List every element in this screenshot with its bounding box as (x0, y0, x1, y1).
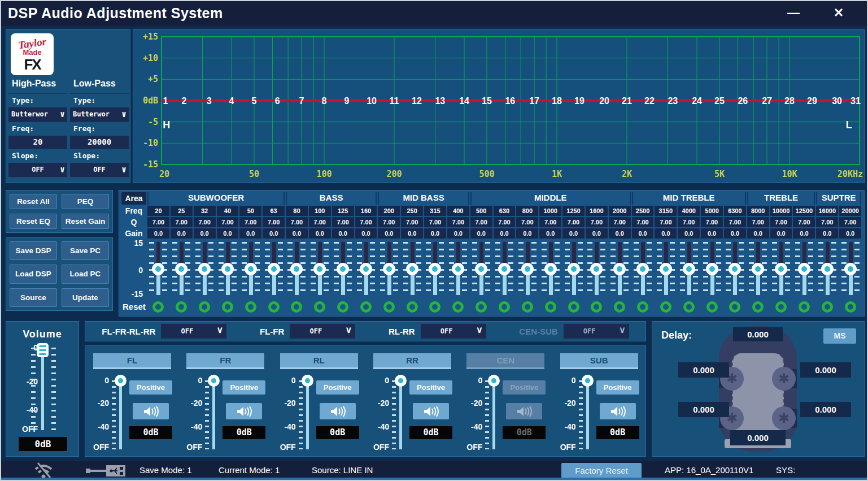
eq-freq-cell[interactable]: 12500 (793, 206, 815, 216)
eq-freq-cell[interactable]: 40 (217, 206, 239, 216)
eq-band-knob[interactable] (521, 263, 534, 275)
eq-band-reset-button[interactable] (678, 300, 700, 314)
channel-slider-track[interactable] (586, 380, 589, 449)
eq-q-cell[interactable]: 7.00 (516, 217, 538, 227)
channel-slider-knob[interactable] (582, 375, 594, 387)
eq-q-cell[interactable]: 7.00 (286, 217, 308, 227)
eq-q-cell[interactable]: 7.00 (424, 217, 446, 227)
load-dsp-button[interactable]: Load DSP (10, 265, 57, 283)
eq-band-reset-button[interactable] (839, 300, 861, 314)
eq-freq-cell[interactable]: 400 (447, 206, 469, 216)
eq-band-knob[interactable] (475, 263, 487, 275)
eq-band-slider[interactable] (539, 240, 561, 298)
eq-q-cell[interactable]: 7.00 (147, 217, 169, 227)
eq-q-cell[interactable]: 7.00 (793, 217, 815, 227)
eq-q-cell[interactable]: 7.00 (378, 217, 400, 227)
eq-band-slider[interactable] (424, 240, 446, 298)
eq-gain-cell[interactable]: 0.0 (194, 228, 216, 239)
eq-band-reset-button[interactable] (609, 300, 631, 314)
eq-band-slider[interactable] (194, 240, 216, 298)
delay-rear-center[interactable]: 0.000 (730, 430, 786, 445)
eq-band-reset-button[interactable] (401, 300, 423, 314)
eq-band-knob[interactable] (683, 263, 695, 275)
eq-band-slider[interactable] (239, 240, 261, 298)
volume-slider-knob[interactable] (37, 343, 49, 357)
eq-freq-cell[interactable]: 63 (263, 206, 285, 216)
minimize-icon[interactable]: — (782, 5, 805, 21)
channel-name-button[interactable]: RL (280, 353, 358, 369)
channel-slider-track[interactable] (399, 380, 402, 449)
eq-band-slider[interactable] (562, 240, 585, 298)
eq-q-cell[interactable]: 7.00 (539, 217, 561, 227)
reset-eq-button[interactable]: Reset EQ (10, 214, 57, 229)
eq-gain-cell[interactable]: 0.0 (424, 228, 446, 239)
polarity-button[interactable]: Positive (503, 380, 546, 395)
eq-band-slider[interactable] (332, 240, 354, 298)
eq-gain-cell[interactable]: 0.0 (355, 228, 377, 239)
eq-freq-cell[interactable]: 1250 (562, 206, 585, 216)
eq-band-slider[interactable] (447, 240, 469, 298)
eq-freq-cell[interactable]: 160 (355, 206, 377, 216)
eq-band-slider[interactable] (724, 240, 746, 298)
eq-band-slider[interactable] (586, 240, 608, 298)
channel-name-button[interactable]: RR (373, 353, 451, 369)
eq-band-reset-button[interactable] (701, 300, 723, 314)
eq-q-cell[interactable]: 7.00 (678, 217, 700, 227)
eq-gain-cell[interactable]: 0.0 (839, 228, 861, 239)
eq-freq-cell[interactable]: 80 (286, 206, 308, 216)
eq-band-reset-button[interactable] (632, 300, 654, 314)
close-icon[interactable]: ✕ (827, 5, 850, 21)
eq-freq-cell[interactable]: 3150 (655, 206, 677, 216)
eq-band-reset-button[interactable] (239, 300, 261, 314)
eq-q-cell[interactable]: 7.00 (609, 217, 631, 227)
eq-band-slider[interactable] (378, 240, 400, 298)
eq-q-cell[interactable]: 7.00 (355, 217, 377, 227)
eq-band-reset-button[interactable] (447, 300, 469, 314)
reset-gain-button[interactable]: Reset Gain (62, 214, 109, 229)
eq-q-cell[interactable]: 7.00 (632, 217, 654, 227)
lp-type-select[interactable]: Butterwor ∨ (70, 107, 129, 122)
mute-button[interactable] (506, 403, 542, 419)
channel-slider-knob[interactable] (115, 375, 127, 387)
eq-band-reset-button[interactable] (539, 300, 561, 314)
eq-band-knob[interactable] (221, 263, 234, 275)
eq-gain-cell[interactable]: 0.0 (401, 228, 423, 239)
eq-gain-cell[interactable]: 0.0 (724, 228, 746, 239)
eq-freq-cell[interactable]: 5000 (701, 206, 723, 216)
eq-band-reset-button[interactable] (562, 300, 585, 314)
eq-band-knob[interactable] (568, 263, 580, 275)
eq-band-knob[interactable] (775, 263, 787, 275)
eq-q-cell[interactable]: 7.00 (839, 217, 861, 227)
eq-band-reset-button[interactable] (147, 300, 169, 314)
eq-band-knob[interactable] (406, 263, 418, 275)
lp-freq-input[interactable]: 20000 (70, 136, 129, 149)
eq-q-cell[interactable]: 7.00 (309, 217, 331, 227)
eq-freq-cell[interactable]: 32 (194, 206, 216, 216)
channel-name-button[interactable]: FR (186, 353, 264, 369)
eq-gain-cell[interactable]: 0.0 (793, 228, 815, 239)
eq-band-knob[interactable] (245, 263, 257, 275)
eq-q-cell[interactable]: 7.00 (816, 217, 838, 227)
eq-band-knob[interactable] (337, 263, 349, 275)
polarity-button[interactable]: Positive (596, 380, 639, 395)
eq-gain-cell[interactable]: 0.0 (747, 228, 769, 239)
eq-band-knob[interactable] (268, 263, 280, 275)
eq-freq-cell[interactable]: 10000 (770, 206, 792, 216)
eq-q-cell[interactable]: 7.00 (263, 217, 285, 227)
delay-rear-right[interactable]: 0.000 (800, 402, 851, 417)
eq-band-slider[interactable] (747, 240, 769, 298)
eq-gain-cell[interactable]: 0.0 (217, 228, 239, 239)
eq-band-knob[interactable] (498, 263, 511, 275)
mute-button[interactable] (413, 403, 449, 419)
mute-button[interactable] (600, 403, 636, 419)
channel-slider-track[interactable] (306, 380, 309, 449)
eq-gain-cell[interactable]: 0.0 (678, 228, 700, 239)
channel-slider-knob[interactable] (395, 375, 407, 387)
polarity-button[interactable]: Positive (316, 380, 359, 395)
hp-slope-select[interactable]: OFF ∨ (8, 163, 67, 177)
eq-band-reset-button[interactable] (655, 300, 677, 314)
eq-q-cell[interactable]: 7.00 (770, 217, 792, 227)
eq-freq-cell[interactable]: 200 (378, 206, 400, 216)
eq-q-cell[interactable]: 7.00 (217, 217, 239, 227)
eq-band-slider[interactable] (286, 240, 308, 298)
